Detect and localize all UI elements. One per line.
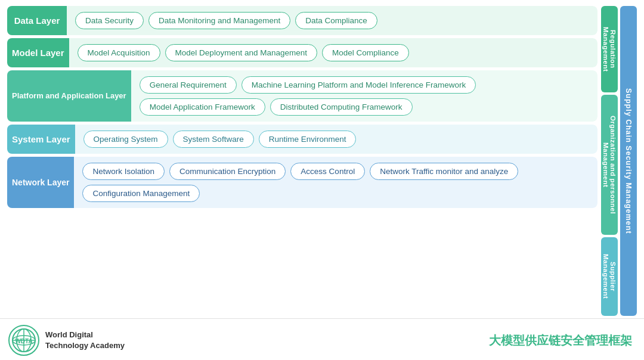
footer-org-name: World Digital bbox=[45, 330, 125, 340]
supply-chain-label: Supply Chain Security Management bbox=[620, 6, 637, 316]
pill-model-compliance: Model Compliance bbox=[322, 44, 409, 61]
data-layer-row: Data Layer Data Security Data Monitoring… bbox=[7, 6, 597, 35]
pill-access-control: Access Control bbox=[290, 163, 365, 180]
svg-text:WDTA: WDTA bbox=[15, 338, 32, 345]
pill-ml-platform: Machine Learning Platform and Model Infe… bbox=[242, 76, 476, 94]
supply-chain-section: Regulation Management Organization and p… bbox=[601, 6, 637, 316]
logo-icon: WDTA bbox=[11, 328, 36, 353]
layers-section: Data Layer Data Security Data Monitoring… bbox=[7, 6, 597, 316]
pill-operating-system: Operating System bbox=[83, 131, 168, 148]
model-layer-label: Model Layer bbox=[7, 38, 69, 67]
model-layer-row: Model Layer Model Acquisition Model Depl… bbox=[7, 38, 597, 67]
network-layer-content: Network Isolation Communication Encrypti… bbox=[74, 157, 597, 208]
model-layer-content: Model Acquisition Model Deployment and M… bbox=[69, 38, 597, 67]
pill-general-requirement: General Requirement bbox=[140, 76, 237, 94]
pill-model-app-framework: Model Application Framework bbox=[140, 98, 265, 116]
pill-comm-encryption: Communication Encryption bbox=[169, 163, 286, 180]
data-layer-label: Data Layer bbox=[7, 6, 67, 35]
logo-circle: WDTA bbox=[8, 325, 39, 356]
platform-layer-label: Platform and Application Layer bbox=[7, 70, 131, 122]
footer-title: 大模型供应链安全管理框架 bbox=[489, 333, 632, 349]
network-layer-label: Network Layer bbox=[7, 157, 74, 208]
footer-left: WDTA World Digital Technology Academy bbox=[8, 325, 125, 356]
supplier-box: Supplier Management bbox=[601, 237, 618, 316]
system-layer-row: System Layer Operating System System Sof… bbox=[7, 125, 597, 154]
pill-config-management: Configuration Management bbox=[82, 185, 200, 202]
platform-layer-row: Platform and Application Layer General R… bbox=[7, 70, 597, 122]
system-layer-label: System Layer bbox=[7, 125, 75, 154]
organization-box: Organization and personnel Management bbox=[601, 95, 618, 235]
pill-data-monitoring: Data Monitoring and Management bbox=[148, 12, 290, 29]
footer-org-name2: Technology Academy bbox=[45, 340, 125, 351]
footer: WDTA World Digital Technology Academy 大模… bbox=[0, 318, 644, 360]
pill-data-compliance: Data Compliance bbox=[295, 12, 377, 29]
network-layer-row: Network Layer Network Isolation Communic… bbox=[7, 157, 597, 208]
platform-layer-content: General Requirement Machine Learning Pla… bbox=[131, 70, 597, 122]
pill-network-traffic: Network Traffic monitor and analyze bbox=[370, 163, 518, 180]
pill-runtime-environment: Runtime Environment bbox=[259, 131, 357, 148]
right-inner-groups: Regulation Management Organization and p… bbox=[601, 6, 618, 316]
data-layer-content: Data Security Data Monitoring and Manage… bbox=[67, 6, 597, 35]
pill-network-isolation: Network Isolation bbox=[82, 163, 165, 180]
pill-system-software: System Software bbox=[173, 131, 254, 148]
regulation-box: Regulation Management bbox=[601, 6, 618, 92]
system-layer-content: Operating System System Software Runtime… bbox=[75, 125, 597, 154]
pill-model-deployment: Model Deployment and Management bbox=[165, 44, 317, 61]
pill-distributed-computing: Distributed Computing Framework bbox=[270, 98, 413, 116]
footer-org: World Digital Technology Academy bbox=[45, 330, 125, 351]
main-container: Data Layer Data Security Data Monitoring… bbox=[0, 0, 644, 316]
pill-model-acquisition: Model Acquisition bbox=[78, 44, 160, 61]
pill-data-security: Data Security bbox=[75, 12, 144, 29]
